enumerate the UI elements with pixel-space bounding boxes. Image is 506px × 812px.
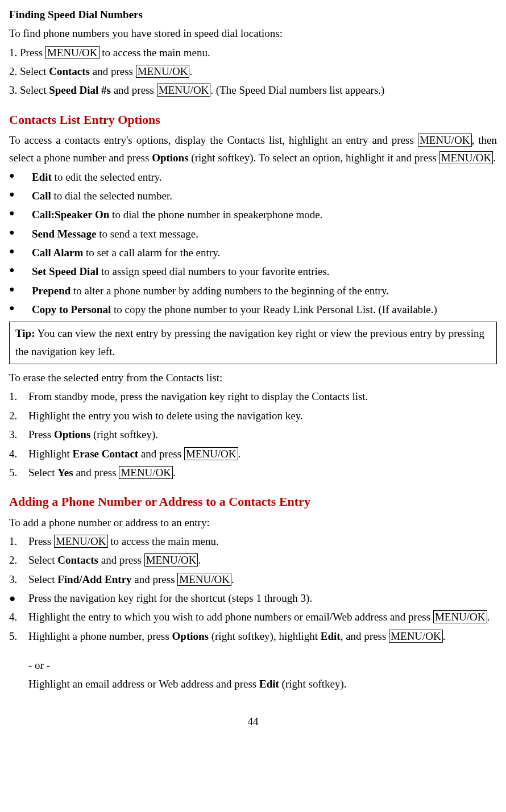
list-item: ●Press the navigation key right for the …: [9, 589, 497, 607]
text: Highlight the entry to which you wish to…: [28, 611, 433, 623]
text: .: [238, 448, 241, 460]
list-item: 4.Highlight the entry to which you wish …: [9, 608, 497, 626]
edit-label: Edit: [321, 630, 341, 642]
text: Press: [28, 428, 54, 440]
step-number: 2.: [9, 407, 28, 424]
text: . (The Speed Dial numbers list appears.): [210, 84, 384, 96]
find-add-entry-label: Find/Add Entry: [57, 573, 131, 585]
text: 2. Select: [9, 65, 49, 77]
options-label: Options: [152, 152, 188, 164]
text: .: [198, 554, 201, 566]
step-number: 2.: [9, 551, 28, 569]
tip-box: Tip: You can view the next entry by pres…: [9, 322, 497, 364]
tip-text: You can view the next entry by pressing …: [15, 327, 484, 357]
step-number: 4.: [9, 608, 28, 626]
options-label: Options: [172, 630, 209, 642]
text: Select: [28, 573, 57, 585]
body-text: 1. Press MENU/OK to access the main menu…: [9, 44, 497, 61]
add-steps-alt: - or - Highlight an email address or Web…: [9, 656, 497, 693]
list-item: ●Edit to edit the selected entry.: [9, 168, 497, 186]
list-item: ●Send Message to send a text message.: [9, 225, 497, 243]
or-text: - or -: [28, 656, 50, 674]
list-item: Highlight an email address or Web addres…: [9, 675, 497, 693]
prepend-label: Prepend: [32, 285, 70, 297]
text: Highlight: [28, 448, 73, 460]
set-speed-dial-label: Set Speed Dial: [32, 265, 98, 277]
body-text: 2. Select Contacts and press MENU/OK.: [9, 63, 497, 80]
text: .: [493, 152, 496, 164]
text: Highlight the entry you wish to delete u…: [28, 407, 303, 424]
list-item: - or -: [9, 656, 497, 674]
bullet-icon: ●: [9, 301, 32, 318]
list-item: ●Call Alarm to set a call alarm for the …: [9, 244, 497, 261]
text: and press: [132, 573, 178, 585]
menu-ok-key: MENU/OK: [389, 630, 443, 643]
text: and press: [73, 467, 119, 478]
text: Highlight an email address or Web addres…: [28, 678, 259, 690]
bullet-icon: ●: [9, 589, 28, 607]
tip-label: Tip:: [15, 327, 35, 339]
text: .: [189, 65, 192, 77]
copy-personal-label: Copy to Personal: [32, 303, 111, 315]
spacer: [9, 656, 28, 674]
text: and press: [98, 554, 144, 566]
text: Press: [28, 535, 54, 547]
text: .: [443, 630, 446, 642]
speed-dial-label: Speed Dial #s: [49, 84, 111, 96]
text: To access a contacts entry's options, di…: [9, 134, 418, 146]
contacts-label: Contacts: [49, 65, 90, 77]
list-item: 5.Highlight a phone number, press Option…: [9, 627, 497, 645]
menu-ok-key: MENU/OK: [136, 65, 190, 78]
call-alarm-label: Call Alarm: [32, 247, 83, 259]
body-text: To find phone numbers you have stored in…: [9, 24, 497, 42]
menu-ok-key: MENU/OK: [157, 84, 211, 97]
text: (right softkey), highlight: [209, 630, 321, 642]
text: to access the main menu.: [108, 535, 219, 547]
text: Select: [28, 467, 57, 478]
text: , and press: [341, 630, 389, 642]
text: (right softkey).: [90, 428, 158, 440]
text: to dial the selected number.: [51, 190, 172, 202]
section-title: Finding Speed Dial Numbers: [9, 6, 497, 23]
edit-label: Edit: [32, 171, 52, 183]
erase-steps: 1.From standby mode, press the navigatio…: [9, 388, 497, 481]
bullet-icon: ●: [9, 206, 32, 223]
list-item: 1.Press MENU/OK to access the main menu.: [9, 532, 497, 550]
body-text: To access a contacts entry's options, di…: [9, 131, 497, 167]
list-item: 1.From standby mode, press the navigatio…: [9, 388, 497, 405]
call-speaker-label: Call:Speaker On: [32, 209, 109, 220]
list-item: 3.Press Options (right softkey).: [9, 426, 497, 443]
add-steps: 1.Press MENU/OK to access the main menu.…: [9, 532, 497, 645]
text: to dial the phone number in speakerphone…: [109, 209, 322, 220]
body-text: 3. Select Speed Dial #s and press MENU/O…: [9, 81, 497, 99]
edit-label: Edit: [259, 678, 279, 690]
section-heading: Adding a Phone Number or Address to a Co…: [9, 492, 497, 512]
text: to copy the phone number to your Ready L…: [111, 303, 437, 315]
menu-ok-key: MENU/OK: [439, 151, 493, 164]
bullet-icon: ●: [9, 244, 32, 261]
menu-ok-key: MENU/OK: [184, 447, 238, 460]
send-message-label: Send Message: [32, 228, 96, 240]
text: to assign speed dial numbers to your fav…: [98, 265, 329, 277]
menu-ok-key: MENU/OK: [45, 46, 99, 59]
text: .: [231, 573, 234, 585]
step-number: 5.: [9, 464, 28, 481]
menu-ok-key: MENU/OK: [177, 573, 231, 586]
text: Select: [28, 554, 57, 566]
text: and press: [90, 65, 136, 77]
text: and press: [111, 84, 157, 96]
bullet-icon: ●: [9, 225, 32, 243]
step-number: 3.: [9, 571, 28, 588]
list-item: 2.Highlight the entry you wish to delete…: [9, 407, 497, 424]
list-item: 3.Select Find/Add Entry and press MENU/O…: [9, 571, 497, 588]
section-heading: Contacts List Entry Options: [9, 110, 497, 130]
bullet-icon: ●: [9, 282, 32, 299]
call-label: Call: [32, 190, 51, 202]
text: 1. Press: [9, 47, 45, 59]
menu-ok-key: MENU/OK: [144, 553, 198, 567]
menu-ok-key: MENU/OK: [119, 466, 173, 479]
step-number: 1.: [9, 388, 28, 405]
text: (right softkey).: [279, 678, 347, 690]
text: Press the navigation key right for the s…: [28, 589, 312, 607]
yes-label: Yes: [57, 467, 73, 478]
